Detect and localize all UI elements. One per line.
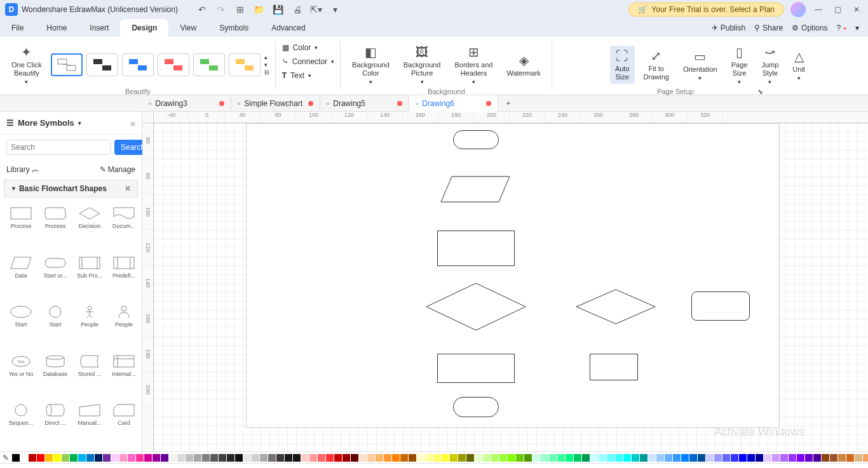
color-swatch[interactable]	[599, 454, 606, 462]
auto-size-button[interactable]: ⛶Auto Size	[610, 46, 635, 84]
shape-data[interactable]: Data	[5, 253, 37, 299]
color-swatch[interactable]	[342, 454, 350, 462]
canvas-shape-process-2[interactable]	[437, 354, 515, 383]
color-swatch[interactable]	[433, 454, 441, 462]
color-swatch[interactable]	[409, 454, 416, 462]
shape-stored[interactable]: Stored ...	[74, 352, 105, 398]
shapes-section-header[interactable]: ▼ Basic Flowchart Shapes ✕	[4, 180, 138, 197]
color-swatch[interactable]	[392, 454, 400, 462]
color-swatch[interactable]	[186, 454, 193, 462]
color-swatch[interactable]	[252, 454, 259, 462]
shape-internal[interactable]: Internal...	[108, 352, 140, 398]
color-swatch[interactable]	[161, 454, 168, 462]
color-swatch[interactable]	[508, 454, 515, 462]
color-swatch[interactable]	[359, 454, 367, 462]
drawing-page[interactable]	[246, 123, 780, 428]
canvas-shape-rounded-rect[interactable]	[691, 291, 750, 321]
collapse-ribbon-button[interactable]: ▾	[855, 23, 859, 32]
color-swatch[interactable]	[632, 454, 639, 462]
add-tab-button[interactable]: ＋	[498, 98, 519, 109]
color-swatch[interactable]	[293, 454, 301, 462]
color-swatch[interactable]	[169, 454, 177, 462]
color-swatch[interactable]	[524, 454, 532, 462]
style-preset-3[interactable]	[122, 53, 154, 76]
export-icon[interactable]: ⇱▾	[311, 4, 322, 15]
trial-banner[interactable]: 🛒 Your Free Trial is over. Select a Plan	[628, 3, 784, 17]
color-swatch[interactable]	[656, 454, 664, 462]
more-icon[interactable]: ▾	[330, 4, 341, 15]
color-swatch[interactable]	[483, 454, 491, 462]
canvas-shape-parallelogram[interactable]	[440, 176, 510, 203]
unit-button[interactable]: △Unit▾	[787, 46, 810, 84]
open-icon[interactable]: 📁	[254, 4, 264, 15]
menu-insert[interactable]: Insert	[78, 19, 120, 37]
sidebar-title[interactable]: ☰More Symbols▾	[6, 118, 130, 128]
color-swatch[interactable]	[805, 454, 813, 462]
color-swatch[interactable]	[722, 454, 730, 462]
shape-database[interactable]: Database	[39, 352, 71, 398]
color-swatch[interactable]	[557, 454, 565, 462]
color-swatch[interactable]	[202, 454, 210, 462]
style-preset-6[interactable]	[229, 53, 261, 76]
borders-headers-button[interactable]: ⊞Borders and Headers▾	[450, 42, 498, 88]
library-button[interactable]: Library ︽	[6, 164, 39, 175]
color-swatch[interactable]	[838, 454, 846, 462]
publish-button[interactable]: ✈Publish	[712, 23, 745, 32]
menu-file[interactable]: File	[0, 19, 35, 37]
color-swatch[interactable]	[301, 454, 309, 462]
color-swatch[interactable]	[731, 454, 738, 462]
color-swatch[interactable]	[673, 454, 681, 462]
color-swatch[interactable]	[458, 454, 466, 462]
page-tab-1[interactable]: Page-1	[83, 466, 118, 469]
doc-tab-simple-flowchart[interactable]: ▫Simple Flowchart	[231, 95, 320, 112]
color-swatch[interactable]	[499, 454, 507, 462]
color-swatch[interactable]	[747, 454, 755, 462]
color-swatch[interactable]	[37, 454, 44, 462]
style-preset-4[interactable]	[158, 53, 189, 76]
color-swatch[interactable]	[549, 454, 557, 462]
color-swatch[interactable]	[12, 454, 20, 462]
color-swatch[interactable]	[177, 454, 185, 462]
pagesetup-dialog-button[interactable]: ⬊	[757, 88, 763, 96]
canvas-shape-process-1[interactable]	[437, 231, 515, 266]
color-swatch[interactable]	[830, 454, 837, 462]
maximize-button[interactable]: ▢	[831, 3, 844, 16]
color-swatch[interactable]	[681, 454, 689, 462]
close-section-button[interactable]: ✕	[125, 184, 131, 193]
color-swatch[interactable]	[615, 454, 623, 462]
shape-people-1[interactable]: People	[74, 302, 105, 348]
color-swatch[interactable]	[318, 454, 325, 462]
search-input[interactable]	[6, 140, 111, 155]
page-size-button[interactable]: ▯Page Size▾	[726, 42, 753, 88]
color-swatch[interactable]	[772, 454, 780, 462]
color-swatch[interactable]	[128, 454, 135, 462]
color-swatch[interactable]	[268, 454, 276, 462]
color-swatch[interactable]	[541, 454, 548, 462]
color-swatch[interactable]	[136, 454, 144, 462]
color-swatch[interactable]	[334, 454, 342, 462]
color-swatch[interactable]	[103, 454, 111, 462]
color-swatch[interactable]	[532, 454, 540, 462]
color-swatch[interactable]	[326, 454, 334, 462]
orientation-button[interactable]: ▭Orientation▾	[678, 46, 722, 84]
connector-dropdown[interactable]: ⤷Connector▾	[282, 56, 334, 67]
color-swatch[interactable]	[95, 454, 102, 462]
manage-button[interactable]: ✎Manage	[100, 165, 135, 174]
color-swatch[interactable]	[53, 454, 61, 462]
color-swatch[interactable]	[714, 454, 722, 462]
shape-process-rounded[interactable]: Process	[39, 204, 71, 250]
color-swatch[interactable]	[309, 454, 317, 462]
color-swatch[interactable]	[194, 454, 201, 462]
color-swatch[interactable]	[425, 454, 433, 462]
menu-home[interactable]: Home	[35, 19, 78, 37]
shape-process[interactable]: Process	[5, 204, 37, 250]
watermark-button[interactable]: ◈Watermark	[501, 50, 545, 80]
color-swatch[interactable]	[582, 454, 590, 462]
color-swatch[interactable]	[780, 454, 788, 462]
background-color-button[interactable]: ◧Background Color▾	[347, 42, 395, 88]
shape-terminator[interactable]: Start or...	[39, 253, 71, 299]
color-swatch[interactable]	[62, 454, 69, 462]
color-swatch[interactable]	[590, 454, 598, 462]
color-swatch[interactable]	[276, 454, 284, 462]
one-click-beautify-button[interactable]: ✦ One Click Beautify ▾	[6, 42, 47, 88]
